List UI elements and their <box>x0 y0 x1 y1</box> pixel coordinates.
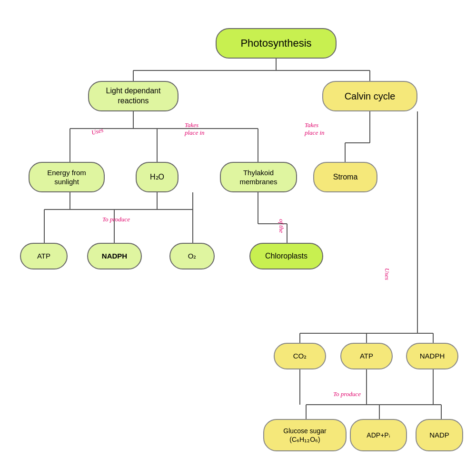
node-stroma: Stroma <box>313 162 377 192</box>
label-takes-place-ldr: Takesplace in <box>185 121 205 136</box>
label-uses-left: Uses <box>90 126 104 137</box>
node-co2: CO₂ <box>274 343 326 369</box>
label-to-produce-right: To produce <box>333 390 361 398</box>
node-atp-right: ATP <box>340 343 393 369</box>
label-to-produce-left: To produce <box>102 216 130 223</box>
node-adp-pi: ADP+Pᵢ <box>350 419 407 451</box>
label-takes-place-calvin: Takesplace in <box>305 121 325 136</box>
node-h2o: H₂O <box>136 162 178 192</box>
node-chloroplasts: Chloroplasts <box>249 243 323 269</box>
label-of-the: of the <box>278 219 285 233</box>
node-glucose: Glucose sugar(C₆H₁₂O₆) <box>263 419 347 451</box>
node-energy-sun: Energy fromsunlight <box>29 162 105 192</box>
node-o2: O₂ <box>169 243 215 269</box>
label-uses-right: Uses <box>383 268 391 280</box>
node-atp-left: ATP <box>20 243 68 269</box>
node-nadp: NADP <box>416 419 463 451</box>
diagram: Photosynthesis Light dependantreactions … <box>0 0 476 468</box>
node-light-dep: Light dependantreactions <box>88 81 178 111</box>
connector-lines <box>0 0 476 468</box>
node-calvin: Calvin cycle <box>322 81 417 111</box>
node-nadph-left: NADPH <box>87 243 142 269</box>
node-photosynthesis: Photosynthesis <box>216 28 337 59</box>
node-nadph-right: NADPH <box>406 343 458 369</box>
node-thylakoid: Thylakoidmembranes <box>220 162 297 192</box>
